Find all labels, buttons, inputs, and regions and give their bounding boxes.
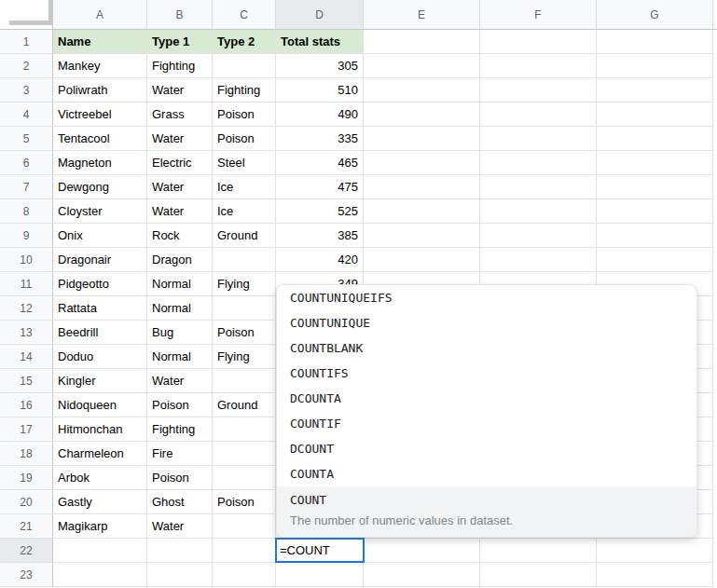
cell[interactable] — [597, 563, 713, 587]
cell[interactable] — [364, 78, 480, 103]
cell[interactable] — [597, 30, 713, 54]
autocomplete-item-selected[interactable]: COUNT The number of numeric values in da… — [277, 486, 696, 537]
cell[interactable] — [364, 127, 480, 151]
row-header[interactable]: 7 — [0, 175, 53, 199]
cell[interactable]: Hitmonchan — [53, 417, 147, 442]
row-header[interactable]: 15 — [0, 369, 53, 393]
cell[interactable] — [364, 248, 480, 272]
cell[interactable]: Tentacool — [53, 127, 147, 151]
cell[interactable] — [364, 103, 480, 127]
cell[interactable] — [364, 224, 480, 248]
cell[interactable]: Victreebel — [53, 103, 147, 127]
cell[interactable]: Charmeleon — [53, 442, 147, 466]
cell[interactable]: Dragon — [147, 248, 213, 272]
cell[interactable]: Water — [147, 369, 213, 393]
cell[interactable] — [480, 103, 597, 127]
cell[interactable]: Rock — [147, 224, 213, 248]
cell[interactable]: Normal — [147, 272, 213, 296]
row-header[interactable]: 19 — [0, 466, 53, 490]
row-header[interactable]: 17 — [0, 417, 53, 442]
cell[interactable]: Cloyster — [53, 199, 147, 224]
cell[interactable] — [597, 103, 713, 127]
cell[interactable] — [276, 563, 364, 587]
cell[interactable]: Flying — [213, 272, 276, 296]
cell[interactable] — [480, 563, 597, 587]
cell[interactable]: Dragonair — [53, 248, 147, 272]
cell[interactable]: Poison — [147, 466, 213, 490]
cell[interactable]: Magikarp — [53, 514, 147, 539]
autocomplete-item[interactable]: DCOUNT — [277, 436, 696, 461]
cell[interactable] — [364, 30, 480, 54]
cell[interactable]: Poison — [147, 393, 213, 417]
cell[interactable]: Nidoqueen — [53, 393, 147, 417]
cell[interactable]: 475 — [276, 175, 364, 199]
row-header[interactable]: 8 — [0, 199, 53, 224]
cell[interactable]: 420 — [276, 248, 364, 272]
cell[interactable] — [480, 224, 597, 248]
cell[interactable] — [597, 224, 713, 248]
cell[interactable]: Electric — [147, 151, 213, 175]
column-header[interactable]: F — [480, 0, 597, 29]
row-header[interactable]: 11 — [0, 272, 53, 296]
cell[interactable] — [597, 175, 713, 199]
cell[interactable]: Ghost — [147, 490, 213, 514]
cell[interactable]: Gastly — [53, 490, 147, 514]
cell[interactable] — [53, 563, 147, 587]
cell[interactable] — [480, 199, 597, 224]
cell[interactable]: Fire — [147, 442, 213, 466]
row-header[interactable]: 4 — [0, 103, 53, 127]
cell[interactable] — [480, 248, 597, 272]
cell[interactable]: Fighting — [147, 54, 213, 78]
cell[interactable] — [147, 563, 213, 587]
cell[interactable]: Steel — [213, 151, 276, 175]
row-header[interactable]: 10 — [0, 248, 53, 272]
row-header[interactable]: 5 — [0, 127, 53, 151]
cell[interactable]: Poison — [213, 321, 276, 345]
autocomplete-item[interactable]: COUNTA — [277, 461, 696, 486]
cell[interactable]: Bug — [147, 321, 213, 345]
column-header[interactable]: C — [213, 0, 276, 29]
row-header[interactable]: 12 — [0, 296, 53, 321]
cell[interactable]: Kingler — [53, 369, 147, 393]
column-header[interactable]: E — [364, 0, 480, 29]
cell[interactable]: Water — [147, 127, 213, 151]
select-all-corner[interactable] — [0, 0, 53, 29]
cell[interactable]: Ground — [213, 393, 276, 417]
row-header[interactable]: 9 — [0, 224, 53, 248]
cell[interactable]: Mankey — [53, 54, 147, 78]
cell[interactable]: Poison — [213, 127, 276, 151]
cell[interactable] — [480, 175, 597, 199]
cell[interactable] — [480, 151, 597, 175]
autocomplete-item[interactable]: COUNTUNIQUE — [277, 310, 696, 335]
autocomplete-item[interactable]: COUNTIFS — [277, 361, 696, 386]
cell[interactable] — [597, 127, 713, 151]
cell[interactable] — [480, 54, 597, 78]
cell[interactable] — [213, 248, 276, 272]
cell[interactable] — [364, 539, 480, 563]
row-header[interactable]: 23 — [0, 563, 53, 587]
cell[interactable]: Water — [147, 78, 213, 103]
cell[interactable]: Water — [147, 175, 213, 199]
cell[interactable]: Dewgong — [53, 175, 147, 199]
cell[interactable]: Grass — [147, 103, 213, 127]
row-header[interactable]: 13 — [0, 321, 53, 345]
cell[interactable]: Doduo — [53, 345, 147, 369]
column-header[interactable]: A — [53, 0, 147, 29]
autocomplete-item[interactable]: COUNTIF — [277, 411, 696, 436]
cell[interactable]: Onix — [53, 224, 147, 248]
cell[interactable]: 510 — [276, 78, 364, 103]
cell[interactable] — [364, 563, 480, 587]
cell[interactable]: 525 — [276, 199, 364, 224]
cell[interactable] — [364, 151, 480, 175]
cell[interactable] — [53, 539, 147, 563]
cell[interactable] — [480, 539, 597, 563]
row-header[interactable]: 1 — [0, 30, 53, 54]
cell[interactable]: Pidgeotto — [53, 272, 147, 296]
row-header[interactable]: 21 — [0, 514, 53, 539]
cell[interactable] — [597, 248, 713, 272]
cell[interactable]: Fighting — [147, 417, 213, 442]
cell[interactable]: Arbok — [53, 466, 147, 490]
cell[interactable]: Flying — [213, 345, 276, 369]
cell[interactable] — [213, 539, 276, 563]
cell[interactable] — [597, 78, 713, 103]
